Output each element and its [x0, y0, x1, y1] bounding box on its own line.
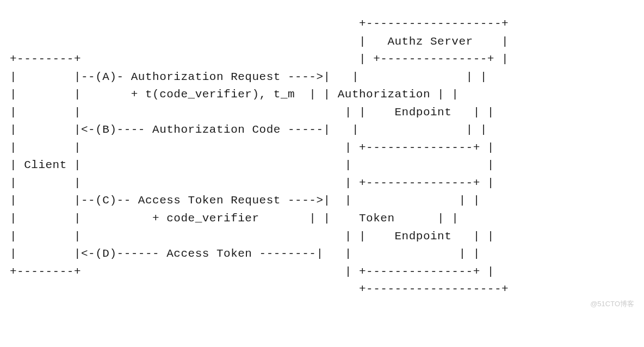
diagram-line: | |--(C)-- Access Token Request ---->| |… [10, 194, 480, 207]
diagram-line: +-------------------+ [10, 283, 509, 295]
diagram-line: | |<-(D)------ Access Token --------| | … [10, 247, 480, 260]
diagram-line: +--------+ | +---------------+ | [10, 53, 509, 65]
watermark-text: @51CTO博客 [590, 299, 634, 309]
diagram-line: | Authz Server | [10, 35, 509, 48]
diagram-line: | | + t(code_verifier), t_m | | Authoriz… [10, 88, 459, 101]
diagram-line: | | | +---------------+ | [10, 141, 494, 154]
diagram-line: | | | +---------------+ | [10, 177, 494, 189]
diagram-line: | | | | Endpoint | | [10, 106, 494, 119]
diagram-line: | |--(A)- Authorization Request ---->| |… [10, 71, 487, 83]
diagram-line: +-------------------+ [10, 17, 509, 30]
diagram-line: | | | | Endpoint | | [10, 230, 494, 243]
diagram-line: | | + code_verifier | | Token | | [10, 212, 459, 225]
pkce-flow-diagram: +-------------------+ | Authz Server | +… [10, 15, 634, 299]
diagram-line: | Client | | | [10, 159, 494, 171]
diagram-line: +--------+ | +---------------+ | [10, 265, 494, 278]
diagram-line: | |<-(B)---- Authorization Code -----| |… [10, 123, 487, 136]
